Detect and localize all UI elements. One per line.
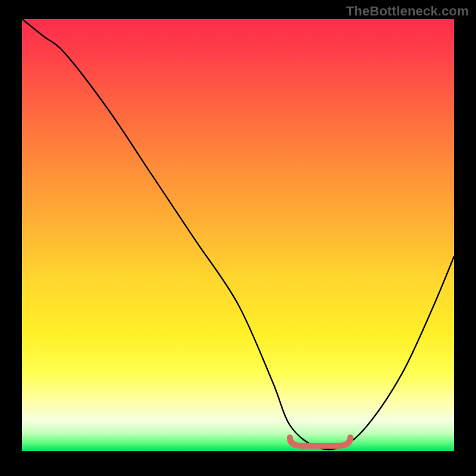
trough-highlight: [290, 437, 350, 446]
gradient-plot-area: [22, 19, 454, 451]
bottleneck-curve-path: [22, 19, 454, 449]
watermark-text: TheBottleneck.com: [346, 4, 469, 19]
bottleneck-chart: [22, 19, 454, 451]
